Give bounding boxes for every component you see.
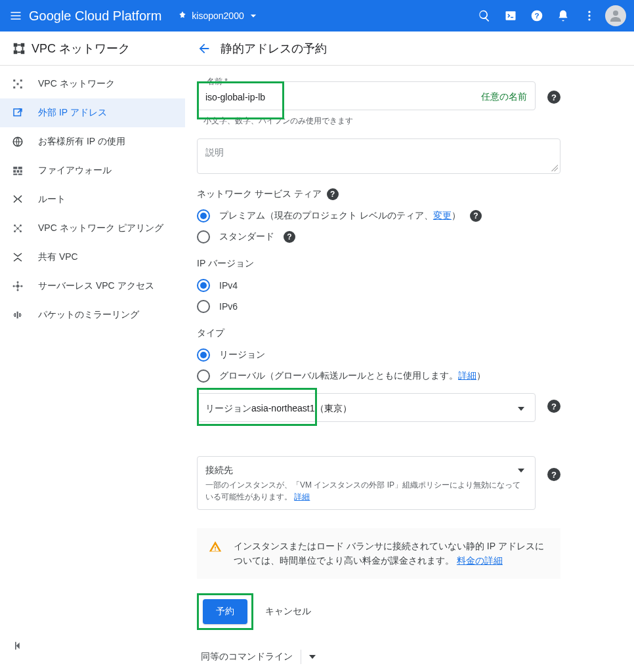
name-field[interactable]: 名前 * 任意の名前 [197,81,536,110]
sidebar-item-peering[interactable]: VPC ネットワーク ピアリング [0,214,185,243]
svg-point-33 [17,282,19,284]
type-global-radio[interactable]: グローバル（グローバル転送ルールとともに使用します。 詳細 ） [197,366,560,387]
byoip-icon [12,136,38,148]
type-region-label: リージョン [219,349,265,361]
svg-rect-36 [17,312,18,319]
svg-rect-22 [20,170,22,173]
svg-point-6 [613,10,618,16]
peering-icon [12,222,38,234]
svg-rect-7 [14,43,18,47]
menu-icon[interactable] [8,8,24,24]
help-icon[interactable]: ? [284,231,295,243]
ipv4-radio[interactable]: IPv4 [197,275,560,296]
help-icon[interactable]: ? [547,468,560,481]
sidebar-item-label: 共有 VPC [38,251,78,263]
sidebar-item-byoip[interactable]: お客様所有 IP の使用 [0,127,185,156]
svg-rect-39 [21,314,22,316]
tier-standard-label: スタンダード [219,231,274,243]
svg-rect-18 [13,167,17,169]
pricing-link[interactable]: 料金の詳細 [457,555,503,566]
sidebar-item-label: VPC ネットワーク [38,78,115,90]
cancel-button[interactable]: キャンセル [265,606,311,618]
notifications-icon[interactable] [550,3,576,29]
region-select[interactable]: リージョン asia-northeast1（東京） [197,393,536,422]
avatar[interactable] [605,5,626,26]
section-title: VPC ネットワーク [32,41,130,56]
svg-rect-20 [13,170,16,173]
type-global-label: グローバル（グローバル転送ルールとともに使用します。 [219,370,458,382]
sidebar-item-external-ip[interactable]: 外部 IP アドレス [0,98,185,127]
sidebar-item-label: 外部 IP アドレス [38,107,107,119]
svg-point-31 [13,285,15,287]
sidebar: VPC ネットワーク VPC ネットワーク 外部 IP アドレス お客様所有 I… [0,32,185,672]
reserve-button[interactable]: 予約 [203,599,247,624]
svg-point-34 [17,289,19,291]
sidebar-item-serverless[interactable]: サーバーレス VPC アクセス [0,272,185,301]
back-arrow-icon[interactable] [197,41,221,56]
sidebar-item-label: サーバーレス VPC アクセス [38,280,154,292]
help-icon[interactable]: ? [547,400,560,413]
svg-rect-0 [506,11,516,20]
radio-selected-icon [197,348,210,362]
ipv6-radio[interactable]: IPv6 [197,296,560,317]
help-icon[interactable]: ? [470,210,482,222]
region-legend: リージョン [205,403,251,415]
type-label: タイプ [197,327,560,339]
project-selector[interactable]: kisopon2000 [173,7,267,25]
type-global-link[interactable]: 詳細 [458,370,476,382]
svg-rect-15 [17,83,19,85]
type-region-radio[interactable]: リージョン [197,345,560,366]
page-title: 静的アドレスの予約 [221,41,327,56]
sidebar-item-shared-vpc[interactable]: 共有 VPC [0,243,185,272]
chevron-down-icon [518,469,524,472]
name-side-note: 任意の名前 [481,91,527,103]
attach-detail-link[interactable]: 詳細 [294,492,310,501]
warning-icon [209,540,222,553]
ipv4-label: IPv4 [219,280,238,291]
tier-change-link[interactable]: 変更 [433,210,452,222]
description-field[interactable]: 説明 [197,138,560,174]
cloud-shell-icon[interactable] [497,3,524,29]
radio-selected-icon [197,209,210,222]
more-icon[interactable] [576,3,602,29]
help-icon[interactable]: ? [547,91,560,104]
help-icon[interactable]: ? [524,3,550,29]
tier-standard-radio[interactable]: スタンダード ? [197,226,560,247]
description-placeholder: 説明 [205,147,224,158]
tier-premium-radio[interactable]: プレミアム（現在のプロジェクト レベルのティア、 変更 ） ? [197,205,560,226]
svg-rect-13 [13,87,15,89]
sidebar-item-label: お客様所有 IP の使用 [38,136,125,148]
search-icon[interactable] [471,3,497,29]
name-hint: 小文字、数字、ハイフンのみ使用できます [203,116,560,127]
section-header[interactable]: VPC ネットワーク [0,32,185,66]
name-input[interactable] [205,92,475,102]
vpc-section-icon [12,41,32,56]
chevron-down-icon [518,407,524,411]
equivalent-label: 同等のコマンドライン [201,651,293,663]
shared-vpc-icon [12,251,38,263]
attach-sub: 一部のインスタンスが、「VM インスタンスの外部 IP」組織ポリシーにより無効に… [205,479,527,503]
svg-rect-24 [18,174,22,175]
sidebar-item-vpc-network[interactable]: VPC ネットワーク [0,70,185,98]
sidebar-item-mirroring[interactable]: パケットのミラーリング [0,301,185,329]
radio-selected-icon [197,279,210,292]
collapse-sidebar-icon[interactable] [0,631,185,660]
radio-icon [197,230,210,243]
equivalent-cli[interactable]: 同等のコマンドライン [197,650,560,664]
attach-select[interactable]: 接続先 一部のインスタンスが、「VM インスタンスの外部 IP」組織ポリシーによ… [197,456,536,510]
top-bar: Google Cloud Platform kisopon2000 ? [0,0,634,32]
svg-rect-10 [21,50,25,54]
name-legend: 名前 * [204,76,230,87]
warning-banner: インスタンスまたはロード バランサに接続されていない静的 IP アドレスについて… [197,528,560,579]
help-icon[interactable]: ? [327,188,339,200]
sidebar-item-label: VPC ネットワーク ピアリング [38,222,163,234]
svg-rect-19 [18,167,22,169]
sidebar-item-label: ファイアウォール [38,165,112,177]
svg-rect-23 [13,174,17,175]
platform-logo[interactable]: Google Cloud Platform [29,9,161,24]
radio-icon [197,300,210,313]
project-name: kisopon2000 [192,10,243,21]
sidebar-item-firewall[interactable]: ファイアウォール [0,156,185,185]
chevron-down-icon[interactable] [309,655,316,659]
sidebar-item-routes[interactable]: ルート [0,185,185,214]
